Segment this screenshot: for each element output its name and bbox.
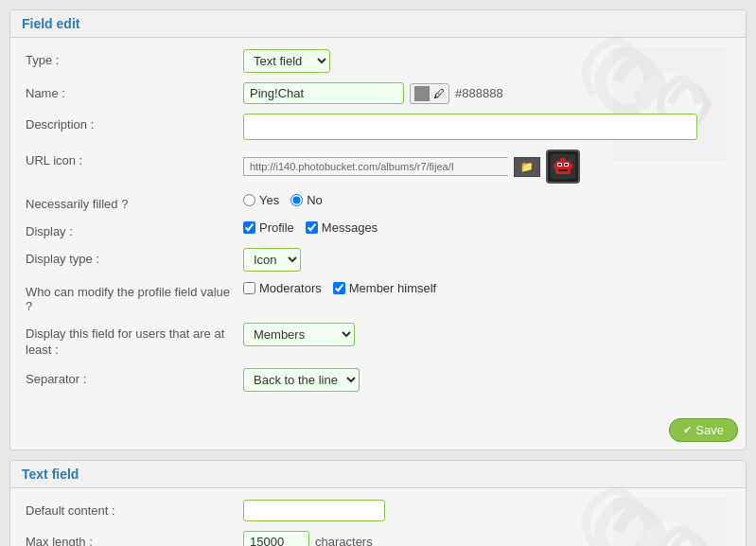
field-edit-title: Field edit xyxy=(10,10,746,38)
display-control: Profile Messages xyxy=(243,220,730,235)
separator-control: Back to the line None Space xyxy=(243,368,730,392)
display-profile-text: Profile xyxy=(259,220,294,235)
urlicon-label: URL icon : xyxy=(26,150,243,167)
displayfield-label: Display this field for users that are at… xyxy=(26,323,243,359)
whocan-row: Who can modify the profile field value ?… xyxy=(26,281,730,313)
svg-rect-6 xyxy=(565,164,568,166)
text-field-body: Default content : Max length : character… xyxy=(10,488,746,546)
necessarily-row: Necessarily filled ? Yes No xyxy=(26,193,730,211)
displaytype-label: Display type : xyxy=(26,248,243,266)
save-icon: ✔ xyxy=(683,424,692,436)
displayfield-row: Display this field for users that are at… xyxy=(26,323,730,359)
color-box xyxy=(414,86,430,101)
necessarily-no-radio[interactable] xyxy=(290,194,303,206)
description-input[interactable] xyxy=(243,114,697,140)
displaytype-select[interactable]: Icon Text Both xyxy=(243,248,301,272)
url-input-group: 📁 xyxy=(243,150,580,184)
display-profile-checkbox[interactable] xyxy=(243,221,255,234)
whocan-checkbox-group: Moderators Member himself xyxy=(243,281,436,295)
whocan-member-text: Member himself xyxy=(349,281,436,295)
whocan-moderators-text: Moderators xyxy=(259,281,322,295)
displaytype-control: Icon Text Both xyxy=(243,248,730,272)
display-label: Display : xyxy=(26,220,243,238)
type-row: Type : Text field Textarea List Checkbox xyxy=(26,49,730,73)
color-icon: 🖊 xyxy=(433,87,445,100)
necessarily-no-label[interactable]: No xyxy=(290,193,323,207)
browse-icon: 📁 xyxy=(520,161,534,173)
necessarily-label: Necessarily filled ? xyxy=(26,193,243,211)
displaytype-row: Display type : Icon Text Both xyxy=(26,248,730,272)
display-checkbox-group: Profile Messages xyxy=(243,220,378,235)
name-row: Name : 🖊 #888888 xyxy=(26,82,730,104)
icon-preview xyxy=(546,150,580,184)
whocan-control: Moderators Member himself xyxy=(243,281,730,295)
urlicon-control: 📁 xyxy=(243,150,730,184)
maxlength-suffix: characters xyxy=(315,535,373,546)
type-control: Text field Textarea List Checkbox xyxy=(243,49,730,73)
name-input[interactable] xyxy=(243,82,404,104)
whocan-member-checkbox[interactable] xyxy=(333,282,345,294)
necessarily-yes-text: Yes xyxy=(259,193,279,207)
color-swatch[interactable]: 🖊 xyxy=(410,83,449,104)
maxlength-input[interactable] xyxy=(243,531,309,546)
defaultcontent-label: Default content : xyxy=(26,500,243,518)
description-row: Description : xyxy=(26,114,730,140)
field-edit-save-label: Save xyxy=(695,423,724,437)
whocan-member-label[interactable]: Member himself xyxy=(333,281,436,295)
whocan-moderators-label[interactable]: Moderators xyxy=(243,281,322,295)
whocan-label: Who can modify the profile field value ? xyxy=(26,281,243,313)
text-field-title: Text field xyxy=(10,461,746,488)
icon-preview-svg xyxy=(548,151,578,182)
url-input[interactable] xyxy=(243,157,508,176)
text-field-panel: Text field Default content : Max length … xyxy=(9,460,747,546)
description-control xyxy=(243,114,730,140)
maxlength-row: Max length : characters xyxy=(26,531,730,546)
description-label: Description : xyxy=(26,114,243,132)
field-edit-body: Type : Text field Textarea List Checkbox… xyxy=(10,38,746,413)
svg-rect-4 xyxy=(558,164,561,166)
displayfield-control: Members Moderators Administrators xyxy=(243,323,730,346)
defaultcontent-control xyxy=(243,500,730,521)
url-browse-btn[interactable]: 📁 xyxy=(514,157,540,177)
urlicon-row: URL icon : 📁 xyxy=(26,150,730,184)
display-profile-label[interactable]: Profile xyxy=(243,220,294,235)
svg-rect-7 xyxy=(558,169,568,171)
svg-rect-9 xyxy=(554,164,555,168)
separator-label: Separator : xyxy=(26,368,243,386)
maxlength-label: Max length : xyxy=(26,531,243,546)
separator-row: Separator : Back to the line None Space xyxy=(26,368,730,392)
svg-rect-10 xyxy=(571,164,572,168)
type-label: Type : xyxy=(26,49,243,67)
field-edit-save-btn[interactable]: ✔ Save xyxy=(669,418,738,442)
defaultcontent-row: Default content : xyxy=(26,500,730,521)
display-messages-checkbox[interactable] xyxy=(306,221,318,234)
type-select[interactable]: Text field Textarea List Checkbox xyxy=(243,49,330,73)
svg-rect-8 xyxy=(560,158,566,162)
name-label: Name : xyxy=(26,82,243,100)
field-edit-panel: Field edit Type : Text field Textarea Li… xyxy=(9,9,747,450)
name-control: 🖊 #888888 xyxy=(243,82,730,104)
necessarily-yes-radio[interactable] xyxy=(243,194,255,206)
necessarily-yes-label[interactable]: Yes xyxy=(243,193,279,207)
necessarily-radio-group: Yes No xyxy=(243,193,323,207)
necessarily-no-text: No xyxy=(307,193,323,207)
field-edit-save-row: ✔ Save xyxy=(10,413,746,449)
necessarily-control: Yes No xyxy=(243,193,730,207)
svg-rect-2 xyxy=(555,161,571,174)
separator-select[interactable]: Back to the line None Space xyxy=(243,368,360,392)
defaultcontent-input[interactable] xyxy=(243,500,385,521)
displayfield-select[interactable]: Members Moderators Administrators xyxy=(243,323,355,346)
display-messages-text: Messages xyxy=(322,220,378,235)
display-messages-label[interactable]: Messages xyxy=(306,220,378,235)
color-value: #888888 xyxy=(455,86,503,100)
maxlength-control: characters xyxy=(243,531,730,546)
whocan-moderators-checkbox[interactable] xyxy=(243,282,255,294)
display-row: Display : Profile Messages xyxy=(26,220,730,238)
